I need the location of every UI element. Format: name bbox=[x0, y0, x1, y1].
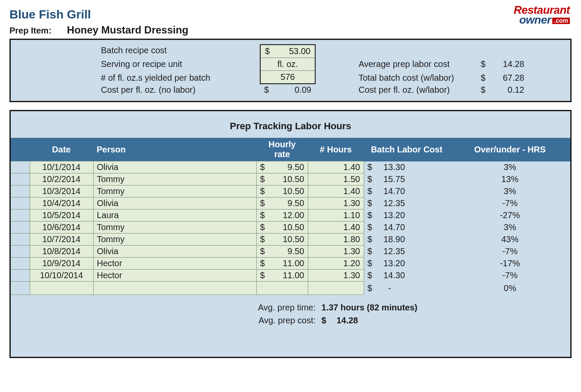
labor-table: Date Person Hourly rate # Hours Batch La… bbox=[11, 138, 570, 295]
cell-batchcost-dollar: $ bbox=[364, 270, 381, 282]
table-row: 10/4/2014Olivia$9.501.30$12.35-7% bbox=[11, 198, 570, 210]
cell-hours[interactable]: 1.40 bbox=[308, 222, 364, 234]
cell-overunder: 13% bbox=[450, 173, 570, 185]
cell-date[interactable] bbox=[30, 282, 93, 295]
cell-hours[interactable]: 1.50 bbox=[308, 173, 364, 185]
serving-unit-input[interactable]: fl. oz. bbox=[261, 58, 315, 71]
cell-date[interactable]: 10/10/2014 bbox=[30, 270, 93, 282]
cell-batchcost-value: 12.35 bbox=[381, 246, 450, 258]
cell-hours[interactable]: 1.80 bbox=[308, 234, 364, 246]
cell-person[interactable]: Tommy bbox=[93, 173, 256, 185]
table-row: 10/5/2014Laura$12.001.10$13.20-27% bbox=[11, 210, 570, 222]
avg-cost-label: Avg. prep cost: bbox=[247, 314, 316, 327]
cell-batchcost-dollar: $ bbox=[364, 185, 381, 198]
cell-hours[interactable]: 1.40 bbox=[308, 161, 364, 173]
avg-labor-label: Average prep labor cost bbox=[359, 59, 475, 69]
cell-rate-value[interactable]: 11.00 bbox=[274, 270, 308, 282]
batch-recipe-cost-label: Batch recipe cost bbox=[101, 46, 260, 55]
cell-rate-value[interactable]: 10.50 bbox=[274, 222, 308, 234]
cell-batchcost-value: 12.35 bbox=[381, 198, 450, 210]
cell-rate-dollar[interactable]: $ bbox=[256, 234, 274, 246]
cell-rate-dollar[interactable]: $ bbox=[256, 173, 274, 185]
cell-rate-dollar[interactable]: $ bbox=[256, 222, 274, 234]
table-row: 10/6/2014Tommy$10.501.40$14.703% bbox=[11, 222, 570, 234]
cell-rate-value[interactable]: 9.50 bbox=[274, 161, 308, 173]
logo-com: .com bbox=[552, 18, 570, 24]
cell-rate-dollar[interactable] bbox=[256, 282, 274, 295]
cell-rate-dollar[interactable]: $ bbox=[256, 258, 274, 270]
avg-time-value: 1.37 hours (82 minutes) bbox=[322, 303, 417, 312]
cell-rate-dollar[interactable]: $ bbox=[256, 198, 274, 210]
cell-date[interactable]: 10/2/2014 bbox=[30, 173, 93, 185]
cell-hours[interactable]: 1.30 bbox=[308, 198, 364, 210]
cell-rate-value[interactable]: 10.50 bbox=[274, 173, 308, 185]
cell-date[interactable]: 10/9/2014 bbox=[30, 258, 93, 270]
col-date: Date bbox=[30, 138, 93, 161]
cell-date[interactable]: 10/7/2014 bbox=[30, 234, 93, 246]
restaurant-name: Blue Fish Grill bbox=[9, 8, 572, 21]
prep-item-value: Honey Mustard Dressing bbox=[67, 24, 189, 36]
cell-batchcost-value: 13.30 bbox=[381, 161, 450, 173]
labor-panel-title: Prep Tracking Labor Hours bbox=[11, 111, 570, 138]
cell-hours[interactable]: 1.10 bbox=[308, 210, 364, 222]
cell-rate-value[interactable]: 10.50 bbox=[274, 234, 308, 246]
cell-person[interactable]: Hector bbox=[93, 258, 256, 270]
cell-batchcost-value: - bbox=[381, 282, 450, 295]
table-row-empty: $ -0% bbox=[11, 282, 570, 295]
cell-rate-value[interactable] bbox=[274, 282, 308, 295]
cell-hours[interactable]: 1.30 bbox=[308, 246, 364, 258]
cell-hours[interactable]: 1.20 bbox=[308, 258, 364, 270]
row-stub bbox=[11, 282, 30, 295]
cell-date[interactable]: 10/3/2014 bbox=[30, 185, 93, 198]
row-stub bbox=[11, 198, 30, 210]
batch-recipe-cost-value: 53.00 bbox=[289, 46, 310, 56]
cell-person[interactable]: Olivia bbox=[93, 198, 256, 210]
cell-person[interactable]: Tommy bbox=[93, 234, 256, 246]
cell-rate-value[interactable]: 9.50 bbox=[274, 246, 308, 258]
cost-per-unit-nolabor: $ 0.09 bbox=[260, 85, 316, 95]
cell-date[interactable]: 10/4/2014 bbox=[30, 198, 93, 210]
cell-rate-dollar[interactable]: $ bbox=[256, 246, 274, 258]
cell-hours[interactable]: 1.40 bbox=[308, 185, 364, 198]
cell-date[interactable]: 10/6/2014 bbox=[30, 222, 93, 234]
cell-person[interactable]: Olivia bbox=[93, 246, 256, 258]
cell-rate-dollar[interactable]: $ bbox=[256, 185, 274, 198]
cell-overunder: -7% bbox=[450, 198, 570, 210]
cell-date[interactable]: 10/8/2014 bbox=[30, 246, 93, 258]
cell-batchcost-dollar: $ bbox=[364, 246, 381, 258]
dollar-sign: $ bbox=[475, 59, 492, 69]
cell-rate-dollar[interactable]: $ bbox=[256, 210, 274, 222]
yield-input[interactable]: 576 bbox=[261, 71, 315, 83]
cell-person[interactable] bbox=[93, 282, 256, 295]
cell-hours[interactable] bbox=[308, 282, 364, 295]
cell-batchcost-dollar: $ bbox=[364, 282, 381, 295]
cell-hours[interactable]: 1.30 bbox=[308, 270, 364, 282]
batch-recipe-cost-input[interactable]: $ 53.00 bbox=[261, 45, 315, 58]
cell-rate-value[interactable]: 9.50 bbox=[274, 198, 308, 210]
cell-person[interactable]: Laura bbox=[93, 210, 256, 222]
cell-person[interactable]: Tommy bbox=[93, 185, 256, 198]
brand-logo: Restaurant owner.com bbox=[514, 5, 570, 25]
cell-batchcost-dollar: $ bbox=[364, 258, 381, 270]
table-row: 10/3/2014Tommy$10.501.40$14.703% bbox=[11, 185, 570, 198]
cell-rate-dollar[interactable]: $ bbox=[256, 270, 274, 282]
cell-person[interactable]: Olivia bbox=[93, 161, 256, 173]
cell-rate-dollar[interactable]: $ bbox=[256, 161, 274, 173]
row-stub bbox=[11, 210, 30, 222]
dollar-sign: $ bbox=[475, 73, 492, 83]
table-row: 10/7/2014Tommy$10.501.80$18.9043% bbox=[11, 234, 570, 246]
row-stub bbox=[11, 161, 30, 173]
cost-per-unit-wlabor-value: 0.12 bbox=[492, 85, 526, 95]
cell-rate-value[interactable]: 10.50 bbox=[274, 185, 308, 198]
cell-rate-value[interactable]: 12.00 bbox=[274, 210, 308, 222]
cell-person[interactable]: Tommy bbox=[93, 222, 256, 234]
cell-batchcost-value: 13.20 bbox=[381, 210, 450, 222]
cell-date[interactable]: 10/5/2014 bbox=[30, 210, 93, 222]
cell-overunder: 3% bbox=[450, 185, 570, 198]
cell-date[interactable]: 10/1/2014 bbox=[30, 161, 93, 173]
col-rate: Hourly rate bbox=[256, 138, 308, 161]
logo-line2: owner bbox=[519, 13, 551, 26]
dollar-sign: $ bbox=[264, 85, 269, 95]
cell-person[interactable]: Hector bbox=[93, 270, 256, 282]
cell-rate-value[interactable]: 11.00 bbox=[274, 258, 308, 270]
